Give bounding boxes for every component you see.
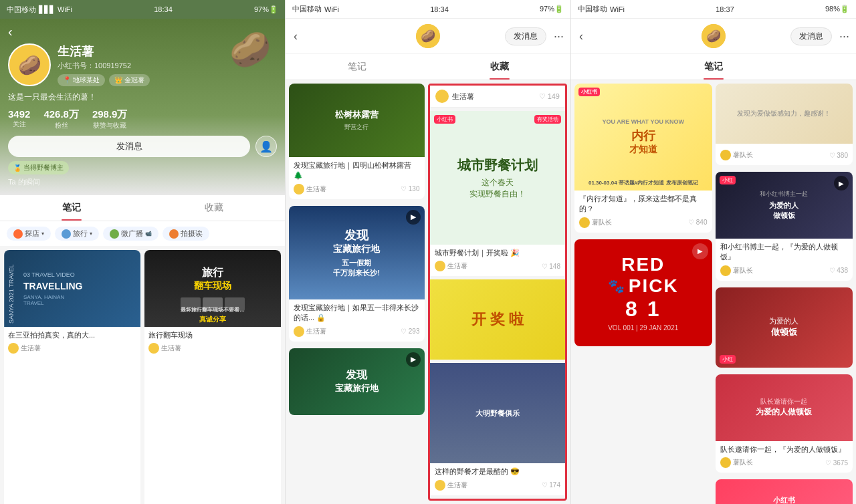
picnic-author-name: 生活薯 xyxy=(447,261,467,271)
card-picnic[interactable]: 小红书 有奖活动 城市野餐计划 这个春天 实现野餐自由！ 城市野餐计划｜开奖啦 … xyxy=(430,111,566,276)
card-blogger2[interactable]: 为爱的人 做顿饭 小红 xyxy=(716,287,853,368)
invite-title: 队长邀请你一起，『为爱的人做顿饭』 xyxy=(720,445,849,455)
stat-likes-label: 获赞与收藏 xyxy=(92,121,128,130)
outdoor-likes: ♡ 174 xyxy=(542,481,560,489)
card-roadtrip[interactable]: 旅行 翻车现场 最坏旅行翻车现场不要看… 真诚分享 旅行翻车现场 xyxy=(144,250,281,504)
redpick-emoji: 🐾 xyxy=(608,278,625,294)
profile-bio: 这是一只最会生活的薯！ xyxy=(8,92,277,103)
left-col-2: 松树林露营 野营之行 发现宝藏旅行地｜四明山松树林露营 🌲 生活薯 ♡ 130 xyxy=(289,84,425,418)
tab-notes-3[interactable]: 笔记 xyxy=(571,54,856,80)
camp-subtitle-img: 野营之行 xyxy=(335,123,379,132)
discover-text: 发现 宝藏旅行地 xyxy=(335,368,379,394)
card-discover[interactable]: 发现 宝藏旅行地 ▶ xyxy=(289,348,425,415)
stat-fans[interactable]: 426.8万 粉丝 xyxy=(43,108,79,130)
stat-fans-num: 426.8万 xyxy=(43,108,79,121)
more-button-2[interactable]: ··· xyxy=(554,29,564,43)
stat-fans-label: 粉丝 xyxy=(43,121,79,130)
blogger1-label: 和小红书博主一起 xyxy=(760,190,808,199)
send-message-button-3[interactable]: 发消息 xyxy=(790,27,832,45)
picnic-img: 小红书 有奖活动 城市野餐计划 这个春天 实现野餐自由！ xyxy=(430,111,566,245)
neihang-author: 薯队长 xyxy=(579,217,612,228)
cta-brand: 小红书 xyxy=(773,495,795,504)
card-blogger1[interactable]: 和小红书博主一起 为爱的人做顿饭 ▶ 小红 和小红书博主一起，『为爱的人做顿饭』… xyxy=(716,172,853,281)
neihang-author-name: 薯队长 xyxy=(592,218,612,227)
filter-broadcast-label: 微广播 xyxy=(121,229,143,239)
tab-notes-2[interactable]: 笔记 xyxy=(286,54,428,80)
sanya-card-footer: 生活薯 xyxy=(8,343,136,354)
stat-following[interactable]: 3492 关注 xyxy=(8,108,30,130)
neihang-likes: ♡ 840 xyxy=(688,219,707,226)
card-treasure[interactable]: 发现 宝藏旅行地 五一假期千万别来长沙! ▶ 发现宝藏旅行地｜如果五一非得来长沙… xyxy=(289,206,425,342)
send-message-button-2[interactable]: 发消息 xyxy=(505,27,546,45)
filter-travel[interactable]: 旅行 ▾ xyxy=(55,227,99,241)
redpick-text-red: RED xyxy=(621,254,665,275)
tab-favorites-2[interactable]: 收藏 xyxy=(428,54,570,80)
stat-following-num: 3492 xyxy=(8,108,30,120)
back-button-3[interactable]: ‹ xyxy=(579,29,583,43)
status-left-1: 中国移动 ▋▋▋ WiFi xyxy=(7,5,72,15)
stat-likes[interactable]: 298.9万 获赞与收藏 xyxy=(92,108,128,130)
status-right-3: 98%🔋 xyxy=(825,5,849,13)
highlight-likes-top: ♡ 149 xyxy=(539,92,560,101)
picnic-author: 生活薯 xyxy=(435,261,467,271)
filter-explore-icon xyxy=(13,229,23,239)
roadtrip-bottom-text: 最坏旅行翻车现场不要看… 真诚分享 xyxy=(144,306,281,324)
card-xiaohongshu-cta[interactable]: 小红书 请回营 潮流生活 潮整开始 xyxy=(716,479,853,504)
outdoor-author-name: 生活薯 xyxy=(447,481,467,490)
tab-notes-1[interactable]: 笔记 xyxy=(0,195,142,221)
invite-label: 队长邀请你一起 xyxy=(756,397,812,406)
stat-likes-num: 298.9万 xyxy=(92,108,128,121)
card-redpick[interactable]: RED 🐾 PICK 8 1 VOL 001 | 29 JAN 2021 ▶ xyxy=(574,239,712,346)
top-note-img-text: 发现为爱做饭感知力，趣感谢！ xyxy=(737,109,831,118)
message-button[interactable]: 发消息 xyxy=(8,136,250,157)
picnic-main-text: 城市野餐计划 xyxy=(457,156,538,174)
neihang-text: YOU ARE WHAT YOU KNOW 内行 才知道 xyxy=(603,118,684,156)
picnic-footer: 生活薯 ♡ 148 xyxy=(435,261,561,271)
outdoor-text: 大明野餐俱乐 xyxy=(475,408,520,418)
card-sanya[interactable]: SANYA 2021 TRAVEL 03 TRAVEL VIDEO TRAVEL… xyxy=(4,250,140,504)
blogger2-label: 为爱的人 xyxy=(769,316,798,326)
avatar-emoji: 🥔 xyxy=(18,54,41,76)
picnic-sub2: 实现野餐自由！ xyxy=(457,188,538,200)
neihang-img: 小红书 YOU ARE WHAT YOU KNOW 内行 才知道 01.30-0… xyxy=(574,84,712,191)
blogger1-info: 和小红书博主一起，『为爱的人做顿饭』 薯队长 ♡ 438 xyxy=(716,239,853,281)
more-button-3[interactable]: ··· xyxy=(839,29,849,43)
left-col-3: 小红书 YOU ARE WHAT YOU KNOW 内行 才知道 01.30-0… xyxy=(574,84,712,350)
time-3: 18:37 xyxy=(716,5,734,13)
redpick-row2: 🐾 PICK xyxy=(608,275,679,297)
back-button-2[interactable]: ‹ xyxy=(294,29,298,43)
treasure-avatar xyxy=(294,326,304,337)
nav-avatar-3[interactable]: 🥔 xyxy=(702,24,726,48)
notes-grid-2: 松树林露营 野营之行 发现宝藏旅行地｜四明山松树林露营 🌲 生活薯 ♡ 130 xyxy=(286,80,570,504)
tab-favorites-1[interactable]: 收藏 xyxy=(142,195,285,221)
blogger1-author: 薯队长 xyxy=(720,265,753,276)
highlight-author-row: 生活薯 xyxy=(435,90,474,103)
card-top-note[interactable]: 发现为爱做饭感知力，趣感谢！ 薯队长 ♡ 380 xyxy=(716,84,853,165)
camp-footer: 生活薯 ♡ 130 xyxy=(294,184,420,195)
status-bar-2: 中国移动 WiFi 18:34 97%🔋 xyxy=(286,0,570,19)
redpick-img: RED 🐾 PICK 8 1 VOL 001 | 29 JAN 2021 ▶ xyxy=(574,239,712,346)
card-invite[interactable]: 队长邀请你一起 为爱的人做顿饭 队长邀请你一起，『为爱的人做顿饭』 薯队长 ♡ … xyxy=(716,374,853,473)
highlight-author-name: 生活薯 xyxy=(452,92,474,102)
blogger1-footer: 薯队长 ♡ 438 xyxy=(720,265,849,276)
blogger2-main: 做顿饭 xyxy=(769,326,798,338)
filter-broadcast[interactable]: 微广播 📹 xyxy=(103,227,158,241)
blogger2-text: 为爱的人 做顿饭 xyxy=(769,316,798,338)
sanya-label: 03 TRAVEL VIDEO xyxy=(23,271,135,278)
nav-avatar-2[interactable]: 🥔 xyxy=(416,24,440,48)
filter-explore[interactable]: 探店 ▾ xyxy=(7,227,51,241)
profile-actions: 发消息 👤 xyxy=(8,136,277,157)
neihang-info: 『内行才知道』，原来这些都不是真的？ 薯队长 ♡ 840 xyxy=(574,191,712,233)
top-note-author: 薯队长 xyxy=(720,150,753,160)
blogger2-img: 为爱的人 做顿饭 小红 xyxy=(716,287,853,368)
cta-img: 小红书 请回营 潮流生活 潮整开始 xyxy=(716,479,853,504)
card-outdoor[interactable]: 大明野餐俱乐 这样的野餐才是最酷的 😎 生活薯 ♡ 174 xyxy=(430,363,566,495)
invite-info: 队长邀请你一起，『为爱的人做顿饭』 薯队长 ♡ 3675 xyxy=(716,441,853,473)
filter-photo[interactable]: 拍摄诶 xyxy=(163,227,209,241)
card-neihang[interactable]: 小红书 YOU ARE WHAT YOU KNOW 内行 才知道 01.30-0… xyxy=(574,84,712,233)
follow-button[interactable]: 👤 xyxy=(255,136,277,157)
card-kaijianla[interactable]: 开 奖 啦 xyxy=(430,279,566,360)
card-camp[interactable]: 松树林露营 野营之行 发现宝藏旅行地｜四明山松树林露营 🌲 生活薯 ♡ 130 xyxy=(289,84,425,199)
treasure-title: 发现宝藏旅行地｜如果五一非得来长沙的话... 🔒 xyxy=(294,303,420,324)
treasure-likes: ♡ 293 xyxy=(401,328,419,335)
